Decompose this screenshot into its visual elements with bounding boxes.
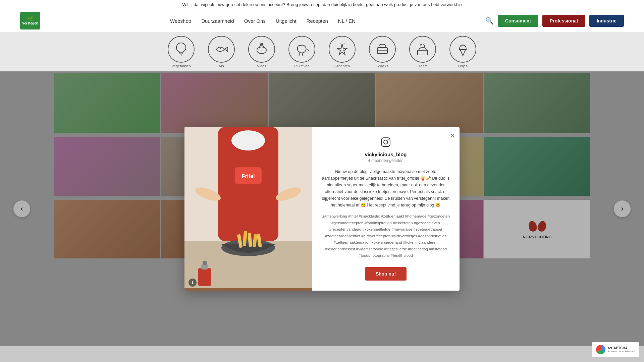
ijsjes-label: IJsjes	[458, 64, 468, 68]
nav-uitgelicht[interactable]: Uitgelicht	[276, 18, 297, 24]
instagram-icon	[381, 137, 391, 149]
snacks-label: Snacks	[376, 64, 388, 68]
recaptcha-logo	[596, 345, 605, 354]
main-nav: Webshop Duurzaamheid Over Ons Uitgelicht…	[170, 18, 356, 24]
snacks-icon	[369, 36, 396, 63]
svg-rect-28	[203, 261, 207, 265]
modal-close-button[interactable]: ×	[450, 131, 455, 140]
recaptcha-text: reCAPTCHA Privacy - Voorwaarden	[608, 346, 635, 353]
modal-description: Nieuw op de blog! Zelfgemaakte mayonaise…	[321, 168, 450, 208]
recaptcha-sub: Privacy - Voorwaarden	[608, 350, 635, 353]
search-button[interactable]: 🔍	[485, 17, 494, 25]
recaptcha-label: reCAPTCHA	[608, 346, 635, 350]
svg-point-3	[257, 47, 266, 54]
logo[interactable]: 🌿 Verstegen	[20, 12, 40, 29]
vis-label: Vis	[219, 64, 224, 68]
category-vis[interactable]: Vis	[208, 36, 235, 68]
banner-text: Wil jij dat wij ook jouw gerecht delen o…	[182, 2, 462, 7]
groenten-icon	[329, 36, 356, 63]
category-ijsjes[interactable]: IJsjes	[449, 36, 476, 68]
svg-rect-26	[198, 268, 211, 286]
category-vlees[interactable]: Vlees	[248, 36, 275, 68]
modal-image: Fritel	[184, 127, 312, 291]
taart-label: Taart	[419, 64, 427, 68]
nav-recepten[interactable]: Recepten	[307, 18, 328, 24]
category-pluimvee[interactable]: Pluimvee	[288, 36, 315, 68]
modal-overlay: ×	[0, 71, 644, 346]
svg-text:Fritel: Fritel	[241, 173, 255, 179]
vegetarisch-icon	[168, 36, 195, 63]
taart-icon	[409, 36, 436, 63]
modal-tags: Samenwerking #fritel #snacktastic #zelfg…	[321, 213, 450, 259]
logo-text: Verstegen	[22, 21, 38, 25]
language-switcher[interactable]: NL / EN	[338, 18, 356, 24]
nav-over-ons[interactable]: Over Ons	[244, 18, 266, 24]
svg-point-11	[424, 44, 425, 45]
modal-username: vickylicious_blog	[365, 152, 407, 157]
top-banner: Wil jij dat wij ook jouw gerecht delen o…	[0, 0, 644, 9]
pluimvee-icon	[288, 36, 315, 63]
svg-rect-5	[377, 48, 387, 54]
header-actions: 🔍 Consument Professional Industrie	[485, 15, 624, 27]
recaptcha-badge: reCAPTCHA Privacy - Voorwaarden	[592, 342, 639, 357]
category-bar: Vegetarisch Vis Vlees	[0, 33, 644, 71]
category-groenten[interactable]: Groenten	[329, 36, 356, 68]
logo-icon: 🌿	[28, 16, 33, 21]
category-snacks[interactable]: Snacks	[369, 36, 396, 68]
svg-point-0	[176, 43, 186, 52]
info-dot[interactable]: ℹ	[189, 279, 197, 287]
modal-info-panel: vickylicious_blog 4 maanden geleden Nieu…	[312, 127, 460, 291]
vlees-icon	[248, 36, 275, 63]
svg-point-30	[384, 140, 388, 144]
ijsjes-icon	[449, 36, 476, 63]
logo-box: 🌿 Verstegen	[20, 12, 40, 29]
svg-point-10	[420, 44, 422, 45]
cooking-illustration: Fritel	[184, 127, 312, 291]
header: 🌿 Verstegen Webshop Duurzaamheid Over On…	[0, 9, 644, 33]
vegetarisch-label: Vegetarisch	[171, 64, 191, 68]
industrie-button[interactable]: Industrie	[589, 15, 624, 27]
svg-point-31	[388, 139, 389, 140]
svg-point-2	[220, 48, 221, 49]
vlees-label: Vlees	[257, 64, 266, 68]
svg-rect-7	[418, 50, 428, 55]
modal-dialog: ×	[184, 127, 460, 291]
modal-cooking-image: Fritel	[184, 127, 312, 291]
nav-duurzaamheid[interactable]: Duurzaamheid	[201, 18, 234, 24]
vis-icon	[208, 36, 235, 63]
svg-rect-29	[381, 138, 390, 146]
groenten-label: Groenten	[334, 64, 350, 68]
category-vegetarisch[interactable]: Vegetarisch	[168, 36, 195, 68]
svg-rect-27	[201, 264, 208, 269]
modal-time: 4 maanden geleden	[368, 158, 404, 163]
svg-point-15	[231, 130, 265, 150]
professional-button[interactable]: Professional	[542, 15, 585, 27]
category-taart[interactable]: Taart	[409, 36, 436, 68]
consument-button[interactable]: Consument	[498, 15, 538, 27]
main-content: ‹ › Mogelijk gemaakt door Flowbox	[0, 71, 644, 346]
nav-webshop[interactable]: Webshop	[170, 18, 191, 24]
pluimvee-label: Pluimvee	[294, 64, 309, 68]
shop-now-button[interactable]: Shop nu!	[365, 267, 407, 281]
